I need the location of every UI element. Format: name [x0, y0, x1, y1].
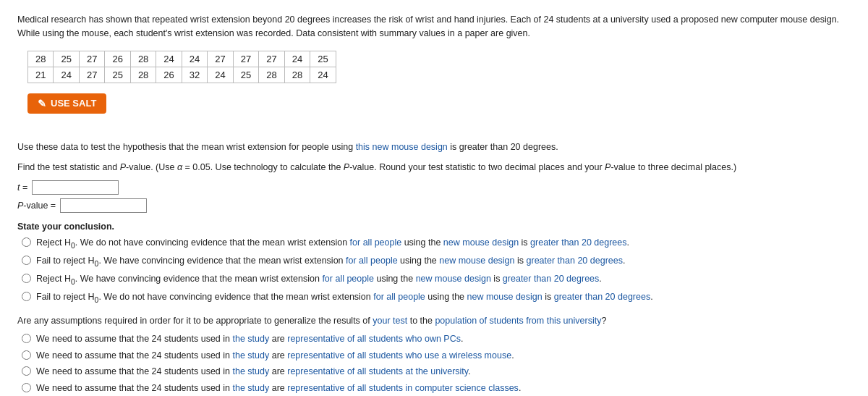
- aq1-option[interactable]: We need to assume that the 24 students u…: [22, 382, 851, 395]
- conclusion-option[interactable]: Reject H0. We have convincing evidence t…: [22, 272, 851, 287]
- table-cell: 25: [233, 67, 258, 83]
- use-salt-label: USE SALT: [51, 98, 96, 109]
- conclusion-radio[interactable]: [22, 274, 31, 283]
- aq1-option-label: We need to assume that the 24 students u…: [36, 382, 521, 395]
- table-cell: 24: [284, 51, 310, 67]
- table-cell: 28: [130, 51, 156, 67]
- table-cell: 25: [54, 51, 79, 67]
- aq1-radio[interactable]: [22, 383, 31, 392]
- table-cell: 21: [28, 67, 54, 83]
- table-cell: 25: [310, 51, 336, 67]
- use-salt-button[interactable]: ✎ USE SALT: [27, 93, 106, 114]
- conclusion-radio-group: Reject H0. We do not have convincing evi…: [22, 236, 851, 306]
- conclusion-option[interactable]: Fail to reject H0. We do not have convin…: [22, 290, 851, 306]
- table-cell: 24: [182, 51, 207, 67]
- hypothesis-line2: Find the test statistic and P-value. (Us…: [17, 160, 851, 174]
- pvalue-label: P-value =: [17, 201, 56, 211]
- conclusion-radio[interactable]: [22, 237, 31, 247]
- table-cell: 27: [208, 51, 233, 67]
- pvalue-input[interactable]: [60, 198, 147, 213]
- table-cell: 27: [79, 51, 104, 67]
- conclusion-option-label: Fail to reject H0. We do not have convin…: [36, 290, 653, 306]
- table-cell: 26: [156, 67, 182, 83]
- conclusion-option[interactable]: Reject H0. We do not have convincing evi…: [22, 236, 851, 251]
- intro-text: Medical research has shown that repeated…: [17, 13, 851, 41]
- salt-icon: ✎: [38, 98, 46, 109]
- table-cell: 24: [156, 51, 182, 67]
- table-cell: 24: [54, 67, 79, 83]
- aq1-option-label: We need to assume that the 24 students u…: [36, 349, 514, 363]
- table-cell: 25: [105, 67, 130, 83]
- t-input-row: t =: [17, 180, 851, 195]
- table-cell: 24: [208, 67, 233, 83]
- assumptions-q1-text: Are any assumptions required in order fo…: [17, 314, 851, 328]
- table-cell: 27: [259, 51, 284, 67]
- aq1-option[interactable]: We need to assume that the 24 students u…: [22, 332, 851, 346]
- conclusion-radio[interactable]: [22, 256, 31, 265]
- aq1-option[interactable]: We need to assume that the 24 students u…: [22, 365, 851, 379]
- table-cell: 28: [130, 67, 156, 83]
- t-input[interactable]: [32, 180, 119, 195]
- aq1-option-label: We need to assume that the 24 students u…: [36, 332, 463, 346]
- table-cell: 32: [182, 67, 207, 83]
- conclusion-option-label: Reject H0. We have convincing evidence t…: [36, 272, 602, 287]
- conclusion-radio[interactable]: [22, 292, 31, 301]
- aq1-radio[interactable]: [22, 334, 31, 343]
- conclusion-option[interactable]: Fail to reject H0. We have convincing ev…: [22, 254, 851, 269]
- conclusion-option-label: Reject H0. We do not have convincing evi…: [36, 236, 629, 251]
- conclusion-title: State your conclusion.: [17, 222, 851, 232]
- conclusion-option-label: Fail to reject H0. We have convincing ev…: [36, 254, 625, 269]
- t-label: t =: [17, 182, 27, 193]
- aq1-radio[interactable]: [22, 350, 31, 360]
- table-cell: 28: [284, 67, 310, 83]
- assumptions-q1-radio-group: We need to assume that the 24 students u…: [22, 332, 851, 396]
- table-cell: 24: [310, 67, 336, 83]
- table-cell: 26: [105, 51, 130, 67]
- pvalue-input-row: P-value =: [17, 198, 851, 213]
- table-cell: 27: [79, 67, 104, 83]
- hypothesis-line1: Use these data to test the hypothesis th…: [17, 140, 851, 154]
- table-cell: 27: [233, 51, 258, 67]
- aq1-option[interactable]: We need to assume that the 24 students u…: [22, 349, 851, 363]
- aq1-radio[interactable]: [22, 366, 31, 376]
- data-table: 2825272628242427272724252124272528263224…: [27, 51, 336, 83]
- table-cell: 28: [259, 67, 284, 83]
- aq1-option-label: We need to assume that the 24 students u…: [36, 365, 471, 379]
- table-cell: 28: [28, 51, 54, 67]
